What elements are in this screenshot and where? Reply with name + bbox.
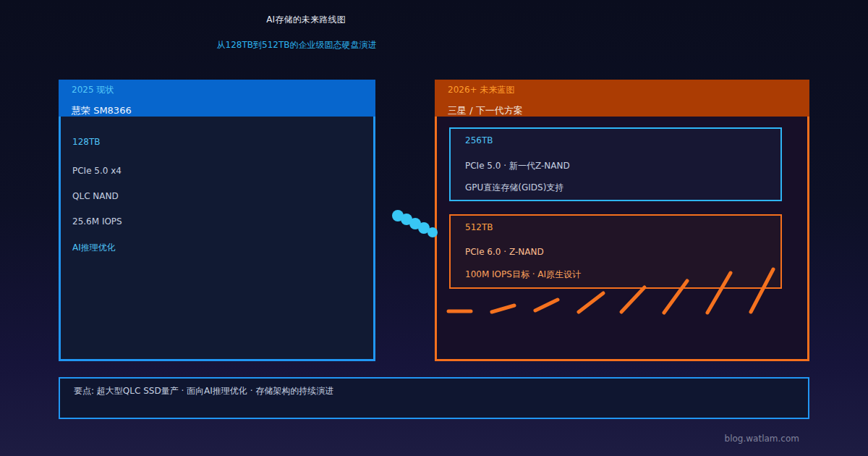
- card-2026-era-label: 2026+ 未来蓝图: [448, 84, 514, 96]
- spec-nand-type: QLC NAND: [72, 191, 119, 201]
- card-2026-body: 256TB PCIe 5.0 · 新一代Z-NAND GPU直连存储(GIDS)…: [435, 117, 809, 361]
- page-title: AI存储的未来路线图: [0, 14, 612, 26]
- infographic-canvas: AI存储的未来路线图 从128TB到512TB的企业级固态硬盘演进 2025 现…: [0, 0, 868, 456]
- transition-dots-icon: [392, 210, 438, 237]
- watermark-url: blog.watlam.com: [725, 434, 799, 444]
- roadmap-256tb-capacity: 256TB: [465, 135, 493, 145]
- summary-box: 要点: 超大型QLC SSD量产 · 面向AI推理优化 · 存储架构的持续演进: [59, 377, 809, 419]
- spec-ai-feature: AI推理优化: [72, 242, 116, 254]
- card-2026-future: 2026+ 未来蓝图 三星 / 下一代方案 256TB PCIe 5.0 · 新…: [435, 80, 809, 361]
- card-2026-product-name: 三星 / 下一代方案: [448, 104, 523, 117]
- spec-capacity: 128TB: [72, 137, 100, 147]
- roadmap-box-512tb: 512TB PCIe 6.0 · Z-NAND 100M IOPS目标 · AI…: [449, 214, 782, 289]
- card-2025-era-label: 2025 现状: [72, 84, 114, 96]
- spec-iops: 25.6M IOPS: [72, 216, 122, 227]
- card-2025-header: 2025 现状 慧荣 SM8366: [59, 80, 375, 117]
- roadmap-512tb-capacity: 512TB: [465, 222, 493, 232]
- roadmap-box-256tb: 256TB PCIe 5.0 · 新一代Z-NAND GPU直连存储(GIDS)…: [449, 127, 782, 201]
- page-subtitle: 从128TB到512TB的企业级固态硬盘演进: [0, 39, 593, 51]
- card-2025-body: 128TB PCIe 5.0 x4 QLC NAND 25.6M IOPS AI…: [59, 117, 375, 361]
- roadmap-256tb-interface: PCIe 5.0 · 新一代Z-NAND: [465, 160, 570, 172]
- roadmap-512tb-interface: PCIe 6.0 · Z-NAND: [465, 247, 544, 257]
- roadmap-256tb-feature: GPU直连存储(GIDS)支持: [465, 182, 563, 194]
- card-2025-current: 2025 现状 慧荣 SM8366 128TB PCIe 5.0 x4 QLC …: [59, 80, 375, 361]
- card-2026-header: 2026+ 未来蓝图 三星 / 下一代方案: [435, 80, 809, 117]
- spec-interface: PCIe 5.0 x4: [72, 166, 122, 176]
- card-2025-product-name: 慧荣 SM8366: [72, 104, 132, 117]
- roadmap-512tb-feature: 100M IOPS目标 · AI原生设计: [465, 269, 581, 281]
- summary-text: 要点: 超大型QLC SSD量产 · 面向AI推理优化 · 存储架构的持续演进: [74, 385, 333, 397]
